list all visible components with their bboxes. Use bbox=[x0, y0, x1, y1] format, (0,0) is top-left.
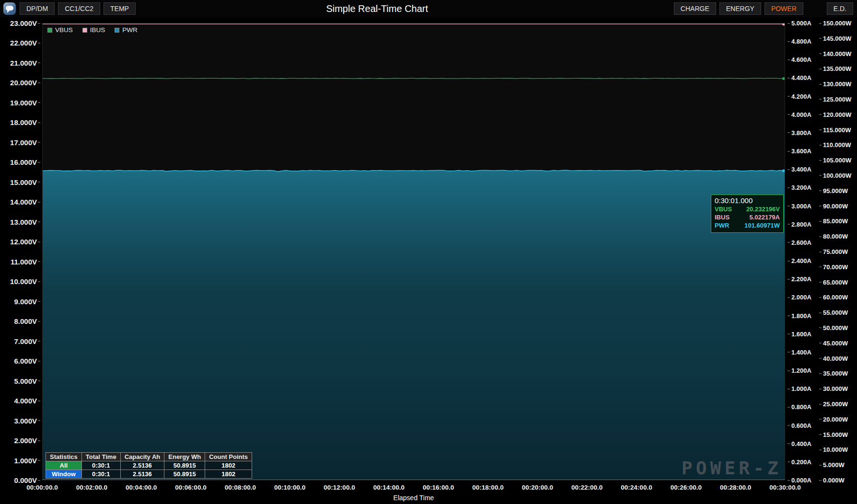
tooltip-row-ibus: IBUS5.022179A bbox=[715, 214, 780, 222]
top-bar: DP/DMCC1/CC2TEMP Simple Real-Time Chart … bbox=[0, 0, 857, 17]
x-tick-label: 00:04:00.0 bbox=[126, 484, 157, 491]
stats-row-all: All0:30:12.513650.89151802 bbox=[46, 461, 252, 470]
legend-item-ibus: IBUS bbox=[82, 26, 105, 34]
axis-tick-label: 11.000V bbox=[11, 257, 37, 265]
axis-tick-label: 5.000A bbox=[791, 20, 811, 27]
axis-tick-label: 100.000W bbox=[823, 172, 851, 179]
tab-charge[interactable]: CHARGE bbox=[674, 2, 716, 15]
axis-tick-label: 21.000V bbox=[10, 58, 37, 67]
tooltip-value: 101.60971W bbox=[744, 222, 780, 230]
axis-tick-label: 5.000W bbox=[823, 461, 845, 469]
axis-tick-label: 7.000V bbox=[14, 337, 37, 345]
stats-cell: 0:30:1 bbox=[81, 461, 120, 470]
axis-tick-label: 45.000W bbox=[823, 339, 848, 346]
axis-tick-label: 8.000V bbox=[14, 317, 37, 325]
stats-row-window: Window0:30:12.513650.89151802 bbox=[46, 470, 252, 479]
axis-tick-label: 2.200A bbox=[791, 275, 811, 283]
axis-tick-label: 1.000V bbox=[14, 456, 37, 464]
axis-tick-label: 17.000V bbox=[10, 138, 37, 146]
x-tick-label: 00:10:00.0 bbox=[274, 484, 305, 491]
tab-temp[interactable]: TEMP bbox=[104, 2, 136, 15]
axis-tick-label: 2.000A bbox=[791, 294, 811, 301]
axis-tick-label: 105.000W bbox=[823, 157, 851, 164]
tab-e-d[interactable]: E.D. bbox=[827, 2, 853, 15]
axis-tick-label: 120.000W bbox=[823, 111, 851, 118]
legend-swatch bbox=[47, 28, 52, 33]
axis-tick-label: 10.000V bbox=[10, 277, 37, 286]
axis-tick-label: 25.000W bbox=[823, 401, 848, 408]
app-logo-icon[interactable] bbox=[3, 2, 16, 15]
series-plot bbox=[43, 23, 785, 480]
tooltip-series-label: PWR bbox=[715, 222, 729, 230]
axis-tick-label: 4.000V bbox=[14, 397, 37, 405]
axis-tick-label: 80.000W bbox=[823, 233, 848, 240]
axis-tick-label: 3.400A bbox=[791, 166, 811, 173]
axis-tick-label: 145.000W bbox=[823, 34, 851, 42]
stats-header-cell: Statistics bbox=[46, 453, 82, 461]
axis-tick-label: 20.000W bbox=[823, 415, 848, 423]
statistics-header: StatisticsTotal TimeCapacity AhEnergy Wh… bbox=[46, 453, 252, 461]
stats-cell: 2.5136 bbox=[120, 461, 164, 470]
axis-tick-label: 140.000W bbox=[823, 50, 851, 57]
axis-tick-label: 14.000V bbox=[10, 198, 37, 206]
axis-tick-label: 4.200A bbox=[791, 92, 811, 100]
axis-tick-label: 4.400A bbox=[791, 74, 811, 81]
axis-tick-label: 2.400A bbox=[791, 257, 811, 264]
tooltip-value: 5.022179A bbox=[749, 214, 780, 222]
axis-tick-label: 110.000W bbox=[823, 141, 851, 149]
axis-tick-label: 40.000W bbox=[823, 355, 848, 362]
right-tabs: CHARGEENERGYPOWERE.D. bbox=[674, 2, 853, 15]
tab-dp-dm[interactable]: DP/DM bbox=[20, 2, 55, 15]
axis-tick-label: 150.000W bbox=[823, 20, 851, 27]
axis-tick-label: 65.000W bbox=[823, 278, 848, 286]
axis-tick-label: 0.000V bbox=[14, 476, 37, 484]
x-tick-label: 00:22:00.0 bbox=[571, 484, 602, 491]
axis-tick-label: 23.000V bbox=[10, 19, 37, 27]
x-tick-label: 00:20:00.0 bbox=[522, 484, 553, 491]
axis-tick-label: 0.000W bbox=[823, 477, 845, 484]
axis-tick-label: 30.000W bbox=[823, 385, 848, 392]
series-line-vbus bbox=[43, 78, 785, 79]
axis-tick-label: 0.800A bbox=[791, 403, 811, 411]
legend: VBUSIBUSPWR bbox=[47, 26, 138, 34]
axis-tick-label: 0.200A bbox=[791, 458, 811, 465]
x-tick-label: 00:24:00.0 bbox=[621, 484, 652, 491]
tab-power[interactable]: POWER bbox=[764, 2, 803, 15]
axis-tick-label: 90.000W bbox=[823, 202, 848, 209]
tooltip-row-vbus: VBUS20.232196V bbox=[715, 206, 780, 214]
legend-label: VBUS bbox=[55, 26, 73, 34]
powerz-watermark: POWER-Z bbox=[682, 458, 782, 479]
stats-cell: 50.8915 bbox=[164, 470, 205, 479]
x-tick-label: 00:08:00.0 bbox=[225, 484, 256, 491]
plot-area[interactable]: VBUSIBUSPWR 0:30:01.000 VBUS20.232196VIB… bbox=[42, 23, 785, 480]
x-tick-label: 00:30:00.0 bbox=[769, 484, 800, 491]
tab-energy[interactable]: ENERGY bbox=[719, 2, 761, 15]
axis-tick-label: 0.600A bbox=[791, 422, 811, 429]
tab-cc1-cc2[interactable]: CC1/CC2 bbox=[58, 2, 100, 15]
time-axis: 00:00:00.000:02:00.000:04:00.000:06:00.0… bbox=[42, 483, 785, 492]
axis-tick-label: 135.000W bbox=[823, 65, 851, 72]
x-tick-label: 00:16:00.0 bbox=[423, 484, 454, 491]
current-axis: 5.000A4.800A4.600A4.400A4.200A4.000A3.80… bbox=[787, 23, 817, 480]
axis-tick-label: 1.400A bbox=[791, 348, 811, 355]
stats-header-cell: Count Points bbox=[205, 453, 252, 461]
x-tick-label: 00:14:00.0 bbox=[373, 484, 405, 491]
x-tick-label: 00:18:00.0 bbox=[472, 484, 503, 491]
axis-tick-label: 125.000W bbox=[823, 95, 851, 103]
axis-tick-label: 12.000V bbox=[10, 238, 37, 246]
legend-swatch bbox=[82, 28, 87, 33]
axis-tick-label: 2.600A bbox=[791, 239, 811, 246]
stats-row-label: All bbox=[46, 461, 82, 470]
tooltip-value: 20.232196V bbox=[746, 206, 780, 214]
series-end-marker-ibus bbox=[782, 23, 785, 25]
axis-tick-label: 4.800A bbox=[791, 38, 811, 45]
left-tabs: DP/DMCC1/CC2TEMP bbox=[20, 2, 136, 15]
axis-tick-label: 9.000V bbox=[14, 297, 37, 305]
axis-tick-label: 3.000V bbox=[14, 416, 37, 424]
stats-header-cell: Energy Wh bbox=[164, 453, 205, 461]
axis-tick-label: 85.000W bbox=[823, 218, 848, 225]
axis-tick-label: 13.000V bbox=[10, 218, 37, 226]
stats-header-cell: Total Time bbox=[81, 453, 120, 461]
voltage-axis: 23.000V22.000V21.000V20.000V19.000V18.00… bbox=[0, 23, 39, 480]
legend-item-pwr: PWR bbox=[115, 26, 138, 34]
